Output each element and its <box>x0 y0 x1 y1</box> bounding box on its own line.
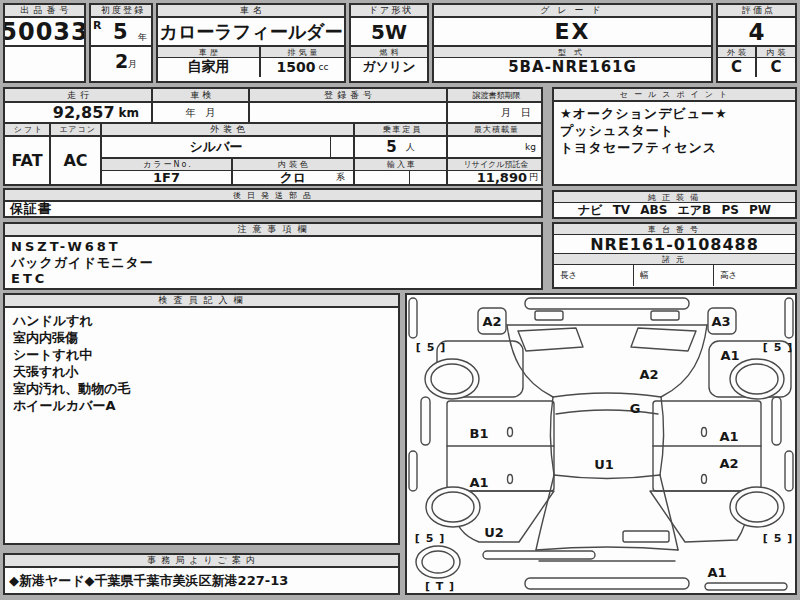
interior-color-label: 内装色 <box>233 159 353 171</box>
panel-label-windshield: G <box>630 402 641 415</box>
inspection-label: 車検 <box>153 89 250 103</box>
vehicle-info-grid: 走行 車検 登録番号 譲渡書類期限 92,857 km 年 月 月 日 シフト … <box>3 87 543 186</box>
score-value: 4 <box>718 18 795 47</box>
rear-bumper <box>525 578 689 589</box>
first-registration-month-cell: 2 月 <box>91 47 151 77</box>
aircon-label: エアコン <box>51 124 102 137</box>
panel-label-right-fender: A1 <box>720 349 739 362</box>
office-notice-label: 事務局よりご案内 <box>5 555 398 568</box>
chassis-box: 車台番号 NRE161-0108488 諸元 長さ 幅 高さ <box>552 222 797 289</box>
car-name-label: 車名 <box>158 5 344 18</box>
front-bumper <box>478 298 736 334</box>
first-registration-year: 5 <box>113 20 128 44</box>
exterior-color-value: シルバー <box>102 137 331 157</box>
inspector-line: ホイールカバーA <box>13 397 390 414</box>
car-damage-diagram <box>407 295 795 593</box>
mileage-number: 92,857 <box>53 103 115 122</box>
interior-score-cell: 内装 C <box>757 47 795 77</box>
capacity-label: 乗車定員 <box>355 124 448 137</box>
notes-line: バックガイドモニター <box>11 255 535 271</box>
office-notice-value: ◆新港ヤード◆千葉県千葉市美浜区新港227-13 <box>5 568 398 589</box>
exterior-score: C <box>718 58 755 76</box>
lot-number-empty-cell <box>5 47 84 77</box>
import-label: 輸入車 <box>355 159 446 171</box>
inspector-box: 検査員記入欄 ハンドルすれ 室内内張傷 シートすれ中 天張すれ小 室内汚れ、動物… <box>3 293 400 545</box>
tire-label-spare: [ T ] <box>425 581 455 592</box>
inspector-line: シートすれ中 <box>13 346 390 363</box>
interior-color-name: クロ <box>280 171 307 184</box>
panel-label-left-rear-door: A1 <box>469 476 488 489</box>
capacity-value: 5 人 <box>355 137 446 159</box>
max-load-value: kg <box>448 137 541 159</box>
color-no-value: 1F7 <box>102 171 231 184</box>
spec-height-cell: 高さ <box>714 265 795 286</box>
panel-label-right-rear-corner: A1 <box>707 566 726 579</box>
mileage-unit: km <box>119 106 139 120</box>
exterior-score-cell: 外装 C <box>718 47 757 77</box>
recycle-amount: 11,890 <box>477 171 527 184</box>
equipment-label: 純正装備 <box>554 192 795 203</box>
mileage-value: 92,857 km <box>5 103 153 124</box>
interior-score: C <box>757 58 795 76</box>
equipment-value: ナビ TV ABS エアB PS PW <box>554 203 795 217</box>
chassis-value: NRE161-0108488 <box>554 235 795 254</box>
side-moulding-strips <box>409 298 793 590</box>
panel-label-front-left-corner: A2 <box>482 315 501 328</box>
transfer-deadline-value: 月 日 <box>448 103 541 124</box>
sales-points-box: セールスポイント ★オークションデビュー★ プッシュスタート トヨタセーフティセ… <box>552 87 797 186</box>
panel-label-left-rear-quarter: U2 <box>484 526 504 539</box>
year-unit: 年 <box>138 31 147 44</box>
interior-color-unit: 系 <box>336 171 345 184</box>
interior-color-cell: 内装色 クロ 系 <box>233 159 353 184</box>
shift-value: FAT <box>5 137 51 184</box>
notes-line: ETC <box>11 271 535 287</box>
displacement-number: 1500 <box>277 59 316 75</box>
lot-number-box: 出品番号 50033 <box>3 3 86 83</box>
exterior-label: 外装 <box>718 47 755 58</box>
tire-label-rear-left: [ 5 ] <box>415 533 445 544</box>
capacity-number: 5 <box>386 138 396 156</box>
first-registration-month: 2 <box>115 50 128 72</box>
displacement-value: 1500 cc <box>261 58 344 76</box>
auction-sheet: 出品番号 50033 初度登録 R 5 年 2 月 車名 カローラフィールダー … <box>0 0 800 600</box>
first-registration-label: 初度登録 <box>91 5 151 18</box>
sales-point-line: トヨタセーフティセンス <box>560 139 789 156</box>
fuel-label: 燃料 <box>351 47 427 58</box>
chassis-label: 車台番号 <box>554 224 795 235</box>
recycle-label: リサイクル預託金 <box>448 159 541 171</box>
registration-number-value <box>250 103 448 124</box>
panel-label-right-front-door: A1 <box>719 430 738 443</box>
office-notice-box: 事務局よりご案内 ◆新港ヤード◆千葉県千葉市美浜区新港227-13 <box>3 553 400 595</box>
specs-label: 諸元 <box>554 254 795 265</box>
sales-point-line: ★オークションデビュー★ <box>560 105 789 122</box>
aircon-value: AC <box>51 137 102 184</box>
grade-value: EX <box>434 18 711 47</box>
notes-content: NSZT-W68T バックガイドモニター ETC <box>5 237 541 289</box>
inspector-line: 室内汚れ、動物の毛 <box>13 380 390 397</box>
later-parts-value: 保証書 <box>5 202 541 216</box>
lot-number-value: 50033 <box>5 18 84 47</box>
shift-label: シフト <box>5 124 51 137</box>
spec-width-cell: 幅 <box>634 265 714 286</box>
max-load-label: 最大積載量 <box>448 124 541 137</box>
first-registration-year-cell: R 5 年 <box>91 18 151 47</box>
tire-label-front-right: [ 5 ] <box>763 342 793 353</box>
color-no-cell: カラーNo. 1F7 <box>102 159 233 184</box>
max-load-unit: kg <box>525 142 536 152</box>
score-box: 評価点 4 外装 C 内装 C <box>716 3 797 83</box>
panel-label-hood: A2 <box>639 368 658 381</box>
notes-box: 注意事項欄 NSZT-W68T バックガイドモニター ETC <box>3 222 543 290</box>
displacement-label: 排気量 <box>261 47 344 58</box>
inspector-label: 検査員記入欄 <box>5 295 398 308</box>
mileage-label: 走行 <box>5 89 153 103</box>
lot-number-label: 出品番号 <box>5 5 84 18</box>
car-body-outline <box>507 325 707 561</box>
tire-label-front-left: [ 5 ] <box>416 342 446 353</box>
car-name-box: 車名 カローラフィールダー 車歴 自家用 排気量 1500 cc <box>156 3 346 83</box>
history-label: 車歴 <box>158 47 259 58</box>
color-no-label: カラーNo. <box>102 159 231 171</box>
displacement-cell: 排気量 1500 cc <box>261 47 344 77</box>
later-parts-box: 後日発送部品 保証書 <box>3 188 543 218</box>
inspection-value: 年 月 <box>153 103 250 124</box>
door-fuel-box: ドア形状 5W 燃料 ガソリン <box>349 3 429 83</box>
